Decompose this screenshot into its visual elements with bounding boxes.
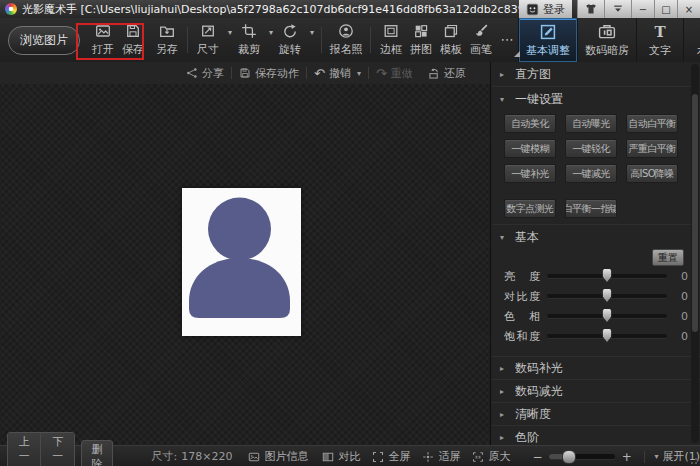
browse-images-button[interactable]: 浏览图片 (8, 26, 80, 55)
collage-grid-icon (413, 23, 429, 39)
expand-arrow-icon: ▾ (654, 452, 658, 461)
main-menu-button[interactable] (604, 0, 631, 18)
high-iso-denoise-button[interactable]: 高ISO降噪 (626, 164, 678, 183)
section-title: 色阶 (515, 429, 539, 446)
corner-triangle-icon (514, 51, 520, 57)
image-info-button[interactable]: 图片信息 (248, 449, 308, 464)
undo-label: 撤销 (329, 66, 351, 81)
more-tools-button[interactable]: ⋯ (496, 35, 518, 45)
tab-digital-darkroom[interactable]: 数码暗房 (577, 18, 636, 62)
next-image-button[interactable]: 下一张 (40, 433, 73, 466)
slider-thumb[interactable] (603, 289, 612, 302)
brush-button[interactable]: 画笔 (466, 23, 496, 57)
minimize-button[interactable]: − (631, 0, 654, 18)
undo-dropdown-arrow-icon[interactable]: ▾ (357, 69, 361, 78)
section-basic[interactable]: ▾ 基本 (491, 225, 700, 249)
section-histogram[interactable]: ▸ 直方图 (491, 62, 700, 86)
resize-grip[interactable] (690, 457, 698, 465)
rotate-button[interactable]: 旋转 ▾ (275, 23, 305, 57)
tab-label: 基本调整 (526, 43, 570, 58)
redo-button[interactable]: ↷ 重做 (376, 66, 413, 81)
image-size-info: 尺寸: 178×220 (151, 449, 232, 464)
section-digital-fill-light[interactable]: ▸ 数码补光 (491, 356, 700, 379)
zoom-out-button[interactable]: − (532, 450, 542, 464)
auto-beautify-button[interactable]: 自动美化 (504, 114, 556, 133)
image-size-label: 尺寸: (151, 449, 177, 464)
undo-button[interactable]: ↶ 撤销 ▾ (314, 66, 361, 81)
template-button[interactable]: 模板 (436, 23, 466, 57)
share-icon (186, 67, 198, 79)
image-size-value: 178×220 (181, 450, 232, 463)
section-digital-dim-light[interactable]: ▸ 数码减光 (491, 379, 700, 402)
login-button[interactable]: 登录 (519, 0, 572, 18)
crop-button[interactable]: 裁剪 ▾ (234, 23, 264, 57)
panel-scrollbar[interactable] (691, 64, 699, 443)
dropdown-arrow-icon[interactable]: ▾ (269, 28, 273, 37)
action-separator (231, 67, 232, 79)
auto-white-balance-button[interactable]: 自动白平衡 (626, 114, 678, 133)
zoom-in-button[interactable]: + (622, 450, 632, 464)
collage-button[interactable]: 拼图 (406, 23, 436, 57)
maximize-button[interactable]: □ (654, 0, 677, 18)
id-photo-icon (338, 23, 354, 39)
one-key-sharpen-button[interactable]: 一键锐化 (565, 139, 617, 158)
tab-basic-adjust[interactable]: 基本调整 (518, 18, 577, 62)
auto-exposure-button[interactable]: 自动曝光 (565, 114, 617, 133)
one-key-fill-light-button[interactable]: 一键补光 (504, 164, 556, 183)
change-skin-button[interactable] (577, 0, 604, 18)
dropdown-arrow-icon[interactable]: ▾ (228, 28, 232, 37)
original-size-button[interactable]: 原大 (472, 449, 510, 464)
id-photo-button[interactable]: 报名照 (327, 23, 365, 57)
action-row: 分享 保存动作 ↶ 撤销 ▾ ↷ 重做 还原 (0, 62, 490, 85)
hue-slider[interactable] (547, 314, 667, 318)
section-levels[interactable]: ▸ 色阶 (491, 425, 700, 445)
undo-icon: ↶ (314, 68, 325, 79)
one-key-blur-button[interactable]: 一键模糊 (504, 139, 556, 158)
fullscreen-button[interactable]: 全屏 (372, 449, 410, 464)
dropdown-arrow-icon[interactable]: ▾ (310, 28, 314, 37)
compare-button[interactable]: 对比 (322, 449, 360, 464)
fit-screen-button[interactable]: 适屏 (422, 449, 460, 464)
template-label: 模板 (440, 42, 462, 57)
zoom-slider[interactable] (549, 454, 614, 459)
current-photo[interactable] (182, 188, 301, 336)
save-action-button[interactable]: 保存动作 (239, 66, 299, 81)
severe-white-balance-button[interactable]: 严重白平衡 (626, 139, 678, 158)
open-button[interactable]: 打开 (88, 23, 118, 57)
image-canvas[interactable] (0, 84, 490, 445)
frame-border-button[interactable]: 边框 (376, 23, 406, 57)
save-button[interactable]: 保存 (118, 23, 148, 57)
original-size-label: 原大 (488, 449, 510, 464)
scrollbar-thumb[interactable] (692, 94, 698, 332)
save-as-label: 另存 (156, 42, 178, 57)
status-bar: 上一张 下一张 删除 尺寸: 178×220 图片信息 对比 全屏 适屏 原大 … (0, 445, 700, 466)
slider-thumb[interactable] (603, 309, 612, 322)
contrast-slider[interactable] (547, 294, 667, 298)
one-key-dim-light-button[interactable]: 一键减光 (565, 164, 617, 183)
prev-image-button[interactable]: 上一张 (8, 433, 40, 466)
tab-watermark[interactable]: 水印 (683, 18, 700, 62)
resize-button[interactable]: 尺寸 ▾ (193, 23, 223, 57)
saturation-slider[interactable] (547, 334, 667, 338)
crop-icon (241, 23, 257, 39)
digital-spot-metering-button[interactable]: 数字点测光 (504, 199, 556, 218)
collapse-arrow-icon: ▸ (500, 70, 508, 79)
tab-text[interactable]: T 文字 (636, 18, 683, 62)
close-button[interactable]: × (677, 0, 700, 18)
save-as-button[interactable]: 另存 (152, 23, 182, 57)
rotate-icon (282, 23, 298, 39)
white-balance-one-touch-button[interactable]: 白平衡一指键 (565, 199, 617, 218)
user-face-icon (526, 3, 539, 16)
brightness-slider[interactable] (547, 274, 667, 278)
section-clarity[interactable]: ▸ 清晰度 (491, 402, 700, 425)
share-button[interactable]: 分享 (186, 66, 224, 81)
slider-thumb[interactable] (603, 269, 612, 282)
section-one-key-settings[interactable]: ▾ 一键设置 (491, 87, 700, 111)
resize-label: 尺寸 (197, 42, 219, 57)
slider-thumb[interactable] (603, 329, 612, 342)
reset-button[interactable]: 重置 (652, 249, 684, 266)
collapse-arrow-icon: ▸ (500, 364, 508, 373)
restore-button[interactable]: 还原 (427, 66, 466, 81)
zoom-slider-thumb[interactable] (562, 450, 576, 464)
delete-image-button[interactable]: 删除 (81, 440, 114, 466)
